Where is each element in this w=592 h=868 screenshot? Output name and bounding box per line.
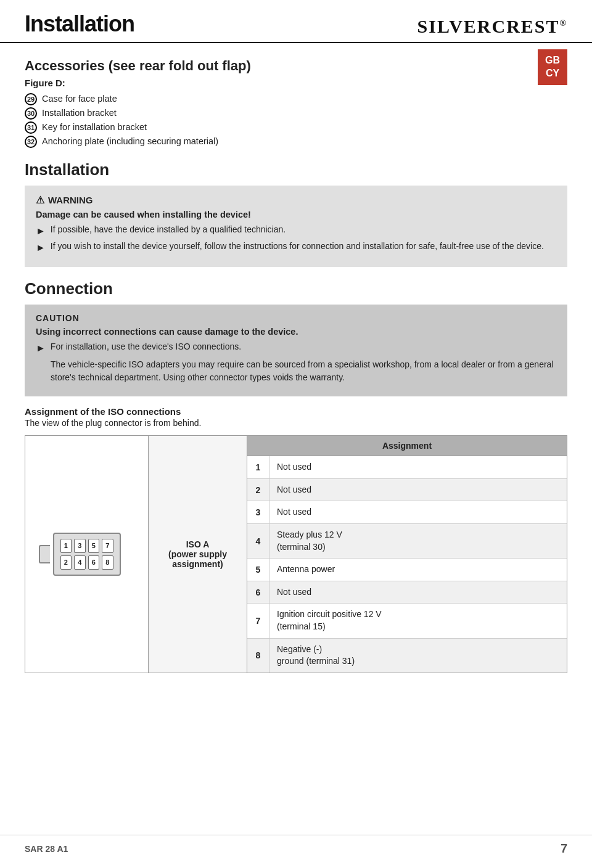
page-wrapper: Installation SilverCrest® GB CY Accessor… xyxy=(0,0,592,868)
table-row: 7 Ignition circuit positive 12 V (termin… xyxy=(247,604,567,638)
warning-title: ⚠ WARNING xyxy=(36,194,556,206)
row-num: 5 xyxy=(247,559,269,581)
footer-model: SAR 28 A1 xyxy=(25,844,68,854)
row-val: Not used xyxy=(269,479,567,501)
brand-logo: SilverCrest® xyxy=(417,16,567,37)
item-text: Key for installation bracket xyxy=(42,122,147,132)
iso-label-text: ISO A (power supply assignment) xyxy=(168,539,227,569)
table-row: 2 Not used xyxy=(247,479,567,502)
connector-pin-8: 8 xyxy=(102,555,113,570)
table-row: 3 Not used xyxy=(247,501,567,524)
list-item: 30 Installation bracket xyxy=(25,107,567,120)
item-text: Case for face plate xyxy=(42,94,117,104)
main-content: Accessories (see rear fold out flap) Fig… xyxy=(0,43,592,698)
list-item: 31 Key for installation bracket xyxy=(25,121,567,134)
item-num: 32 xyxy=(25,136,37,148)
row-num: 7 xyxy=(247,604,269,637)
caution-box: CAUTION Using incorrect connections can … xyxy=(25,305,567,396)
item-num: 29 xyxy=(25,93,37,105)
item-text: Anchoring plate (including securing mate… xyxy=(42,136,218,146)
connector-tab xyxy=(39,545,50,563)
table-row: 4 Steady plus 12 V (terminal 30) xyxy=(247,524,567,559)
item-num: 30 xyxy=(25,107,37,120)
assignment-heading: Assignment of the ISO connections xyxy=(25,406,567,417)
connector-pin-1: 1 xyxy=(60,539,72,553)
row-val: Not used xyxy=(269,456,567,478)
row-val: Antenna power xyxy=(269,559,567,581)
caution-paragraph: The vehicle-specific ISO adapters you ma… xyxy=(51,358,556,384)
row-val: Not used xyxy=(269,501,567,523)
iso-assignment-col: Assignment 1 Not used 2 Not used 3 Not u… xyxy=(247,436,567,673)
row-num: 1 xyxy=(247,456,269,478)
iso-table: 1 3 5 7 2 4 6 8 ISO A (power supply assi… xyxy=(25,435,567,673)
assignment-col-header: Assignment xyxy=(247,436,567,456)
page-title: Installation xyxy=(25,11,134,37)
figure-label: Figure D: xyxy=(25,78,567,88)
caution-bullet-1: ► For installation, use the device's ISO… xyxy=(36,342,556,355)
caution-title: CAUTION xyxy=(36,313,556,323)
page-header: Installation SilverCrest® xyxy=(0,0,592,43)
list-item: 29 Case for face plate xyxy=(25,93,567,105)
row-val: Negative (-) ground (terminal 31) xyxy=(269,639,567,673)
table-row: 8 Negative (-) ground (terminal 31) xyxy=(247,639,567,673)
footer-page: 7 xyxy=(561,841,567,856)
item-num: 31 xyxy=(25,121,37,134)
row-num: 2 xyxy=(247,479,269,501)
row-val: Steady plus 12 V (terminal 30) xyxy=(269,524,567,558)
item-text: Installation bracket xyxy=(42,108,117,118)
installation-heading: Installation xyxy=(25,160,567,179)
row-num: 4 xyxy=(247,524,269,558)
warning-bullet-1: ► If possible, have the device installed… xyxy=(36,224,556,238)
page-footer: SAR 28 A1 7 xyxy=(0,835,592,856)
connector-pin-2: 2 xyxy=(60,555,72,570)
table-row: 1 Not used xyxy=(247,456,567,479)
warning-box: ⚠ WARNING Damage can be caused when inst… xyxy=(25,186,567,267)
connector-body: 1 3 5 7 2 4 6 8 xyxy=(53,533,121,576)
bullet-arrow-icon: ► xyxy=(36,224,46,238)
accessories-title: Accessories (see rear fold out flap) xyxy=(25,58,567,74)
connector-pin-4: 4 xyxy=(74,555,86,570)
warning-bullet-2: ► If you wish to install the device your… xyxy=(36,241,556,255)
table-row: 5 Antenna power xyxy=(247,559,567,581)
assignment-sub: The view of the plug connector is from b… xyxy=(25,418,567,428)
row-val: Ignition circuit positive 12 V (terminal… xyxy=(269,604,567,637)
row-val: Not used xyxy=(269,581,567,604)
accessories-list: 29 Case for face plate 30 Installation b… xyxy=(25,93,567,148)
row-num: 3 xyxy=(247,501,269,523)
row-num: 6 xyxy=(247,581,269,604)
list-item: 32 Anchoring plate (including securing m… xyxy=(25,136,567,148)
gb-cy-badge: GB CY xyxy=(538,49,567,85)
connector-visual: 1 3 5 7 2 4 6 8 xyxy=(50,530,124,579)
iso-label-col: ISO A (power supply assignment) xyxy=(149,436,247,673)
warning-icon: ⚠ xyxy=(36,194,44,206)
bullet-arrow-icon: ► xyxy=(36,241,46,255)
caution-bold-text: Using incorrect connections can cause da… xyxy=(36,327,556,337)
warning-bold-text: Damage can be caused when installing the… xyxy=(36,210,556,219)
connector-pin-5: 5 xyxy=(88,539,100,553)
row-num: 8 xyxy=(247,639,269,673)
connector-pin-3: 3 xyxy=(74,539,86,553)
bullet-arrow-icon: ► xyxy=(36,342,46,355)
connector-pin-6: 6 xyxy=(88,555,100,570)
connection-heading: Connection xyxy=(25,279,567,298)
connector-visual-col: 1 3 5 7 2 4 6 8 xyxy=(25,436,149,673)
table-row: 6 Not used xyxy=(247,581,567,604)
connector-pin-7: 7 xyxy=(102,539,113,553)
